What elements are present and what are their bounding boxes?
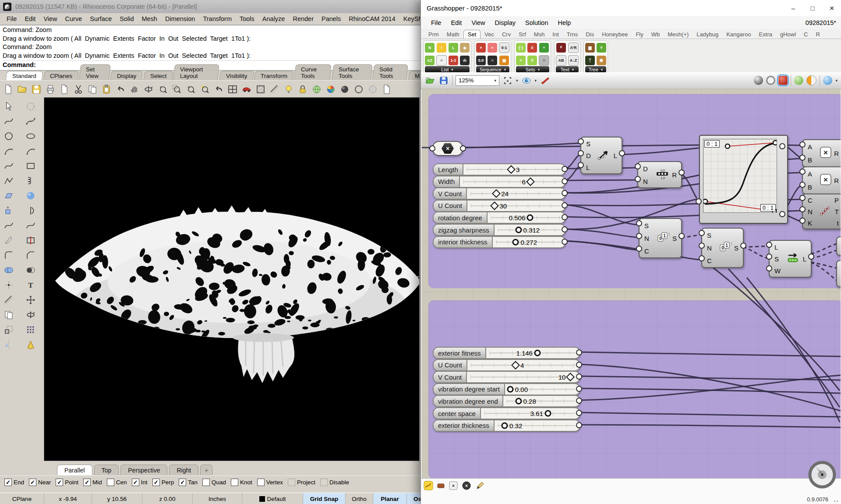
revolve-icon[interactable]	[24, 205, 37, 216]
shaded-sphere-icon[interactable]	[339, 84, 350, 95]
graph-mapper-component[interactable]: 0 : 1 0 : 1	[699, 135, 788, 224]
split-icon[interactable]	[24, 235, 37, 246]
gh-tab-int[interactable]: Int	[548, 30, 562, 39]
checkbox[interactable]: ✓	[179, 479, 186, 486]
output-nub[interactable]	[619, 150, 625, 156]
wireframe-ring-icon[interactable]	[353, 84, 364, 95]
osnap-tan[interactable]: ✓Tan	[179, 479, 198, 486]
number-slider-v-count[interactable]: V Count24	[433, 187, 566, 200]
surface-plane-icon[interactable]	[2, 190, 15, 201]
slider-grip[interactable]	[526, 177, 535, 186]
zoom-target-icon[interactable]	[185, 84, 196, 95]
checkbox[interactable]: ✓	[29, 479, 36, 486]
input-nub[interactable]	[766, 254, 772, 260]
viewport-tab-perspective[interactable]: Perspective	[120, 465, 167, 475]
cull-pattern-icon[interactable]: ◆	[460, 43, 470, 53]
rhino-menu-transform[interactable]: Transform	[199, 14, 236, 23]
slider-output-nub[interactable]	[576, 386, 582, 392]
slider-rail[interactable]: 0.506	[488, 212, 565, 223]
open-folder-icon[interactable]	[17, 84, 28, 95]
minimize-button[interactable]: –	[784, 2, 803, 15]
input-nub[interactable]	[699, 230, 705, 236]
list-item-icon[interactable]: N	[425, 43, 435, 53]
stump-icon[interactable]: ▆	[585, 43, 595, 53]
slider-grip[interactable]	[491, 201, 499, 210]
range-component[interactable]: DNR0.01.0	[637, 161, 682, 188]
slider-output-nub[interactable]	[562, 226, 568, 233]
number-slider-u-count[interactable]: U Count30	[433, 200, 566, 212]
rhino-menu-surface[interactable]: Surface	[86, 14, 116, 23]
number-slider-length[interactable]: Length3	[433, 163, 566, 176]
slider-rail[interactable]: 0.312	[495, 225, 565, 235]
boolean-difference-icon[interactable]	[24, 264, 37, 276]
input-nub[interactable]	[799, 206, 806, 212]
slider-rail[interactable]: 10	[467, 372, 580, 382]
slider-output-nub[interactable]	[576, 374, 582, 380]
rhino-menu-render[interactable]: Render	[289, 14, 318, 23]
toolbar-tab-display[interactable]: Display	[110, 71, 143, 80]
save-definition-icon[interactable]	[438, 75, 449, 86]
cut-icon[interactable]	[73, 84, 84, 95]
sort-list-icon[interactable]: AZ	[425, 56, 435, 65]
checkbox[interactable]: ✓	[83, 479, 91, 486]
line-sdl-component[interactable]: SDLL	[580, 137, 622, 174]
extrude-surface-icon[interactable]	[2, 205, 15, 216]
loft-icon[interactable]	[24, 220, 37, 231]
input-nub[interactable]	[636, 233, 642, 239]
output-nub[interactable]	[808, 254, 814, 260]
multiply-b-component[interactable]: ABR×	[802, 166, 841, 194]
rectangle-icon[interactable]	[24, 160, 37, 172]
input-nub[interactable]	[766, 242, 772, 248]
slider-rail[interactable]: 24	[467, 188, 565, 199]
lasso-select-icon[interactable]	[24, 101, 37, 112]
item-chart-icon[interactable]: ılı	[460, 56, 470, 65]
rhino-menu-solid[interactable]: Solid	[116, 14, 138, 23]
viewport-add-tab-button[interactable]: +	[200, 465, 212, 475]
number-slider-center-space[interactable]: center space3.61	[433, 407, 580, 419]
output-nub[interactable]	[678, 233, 685, 239]
output-nub[interactable]	[740, 243, 746, 249]
concatenate-icon[interactable]: AB	[556, 55, 566, 66]
input-nub[interactable]	[578, 138, 584, 145]
output-nub[interactable]	[678, 169, 685, 176]
slider-rail[interactable]: 6	[460, 176, 565, 187]
ghosted-sphere-icon[interactable]	[367, 84, 378, 95]
toolbar-tab-set-view[interactable]: Set View	[79, 64, 110, 80]
preview-eye-icon[interactable]	[521, 75, 532, 86]
osnap-int[interactable]: ✓Int	[132, 479, 148, 486]
dispatch-b-component[interactable]: SNCS01?	[701, 228, 744, 268]
checkbox[interactable]	[202, 479, 210, 486]
gh-tab-msh[interactable]: Msh	[530, 30, 549, 39]
gh-tab-math[interactable]: Math	[443, 30, 463, 39]
status-ortho[interactable]: Ortho	[346, 493, 373, 504]
checkbox[interactable]	[257, 479, 265, 486]
lamp-icon[interactable]	[283, 84, 294, 95]
osnap-mid[interactable]: ✓Mid	[83, 479, 102, 486]
slider-output-nub[interactable]	[562, 214, 568, 220]
slider-grip[interactable]	[507, 386, 513, 392]
checkbox[interactable]	[320, 479, 328, 486]
set-slash-icon[interactable]: \\	[527, 56, 537, 65]
number-slider-zigzag-sharpness[interactable]: zigzag sharpness0.312	[433, 224, 566, 236]
plant-icon[interactable]: ⬢	[597, 56, 606, 65]
slider-grip[interactable]	[527, 215, 534, 221]
sort-alpha-icon[interactable]: A↓Z	[568, 55, 579, 66]
rhino-menu-curve[interactable]: Curve	[61, 14, 86, 23]
member-index-icon[interactable]: ii	[527, 43, 537, 53]
gh-tab-ladybug[interactable]: Ladybug	[693, 30, 722, 39]
mirror-icon[interactable]	[2, 339, 15, 350]
rhino-menu-tools[interactable]: Tools	[236, 14, 258, 23]
preview-off-icon[interactable]	[754, 76, 763, 85]
multiply-a-component[interactable]: ABR×	[802, 139, 841, 167]
slider-output-nub[interactable]	[576, 410, 582, 416]
osnap-project[interactable]: Project	[288, 479, 315, 486]
rhino-menu-mesh[interactable]: Mesh	[138, 14, 161, 23]
slider-output-nub[interactable]	[562, 202, 568, 208]
gh-canvas[interactable]: × 0 : 1 0 : 1	[422, 88, 841, 479]
export-page-icon[interactable]	[59, 84, 70, 95]
ribbon-group-label[interactable]: Sequence▾	[476, 66, 509, 73]
slider-rail[interactable]: 30	[467, 201, 565, 211]
zoom-window-icon[interactable]	[171, 84, 182, 95]
viewport-tab-parallel[interactable]: Parallel	[57, 465, 92, 475]
graph-mapper-output-nub2[interactable]	[779, 211, 785, 217]
